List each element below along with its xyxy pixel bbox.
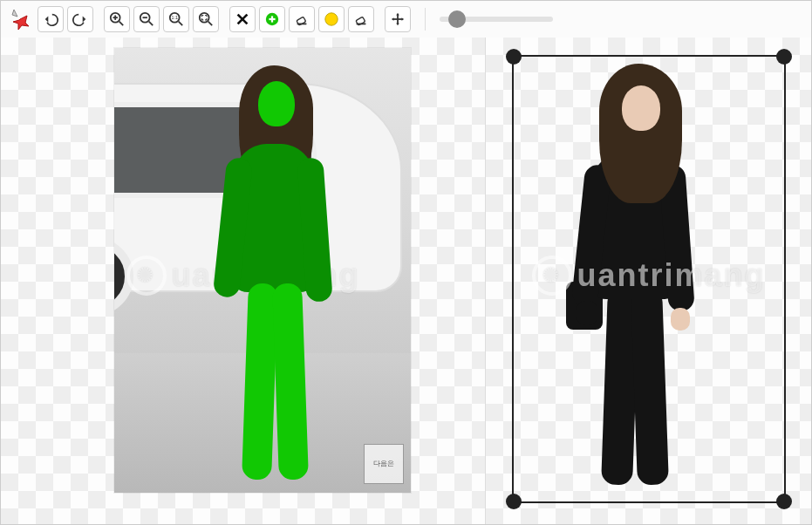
svg-line-8 — [179, 22, 183, 26]
add-foreground-button[interactable] — [259, 6, 285, 32]
undo-button[interactable] — [38, 6, 64, 32]
add-background-button[interactable] — [318, 6, 345, 32]
redo-button[interactable] — [67, 6, 93, 32]
svg-point-7 — [170, 13, 180, 23]
clear-button[interactable] — [229, 6, 256, 32]
zoom-in-button[interactable] — [104, 6, 130, 32]
zoom-actual-button[interactable]: 1:1 — [163, 6, 189, 32]
erase-foreground-button[interactable] — [289, 6, 315, 32]
move-group — [385, 6, 411, 32]
source-image[interactable]: 다음은 — [114, 48, 411, 493]
toolbar: 1:1 — [1, 1, 811, 38]
foreground-mask — [197, 65, 337, 484]
move-button[interactable] — [385, 6, 411, 32]
svg-text:1:1: 1:1 — [171, 15, 177, 20]
svg-line-12 — [238, 15, 248, 24]
svg-point-0 — [111, 13, 120, 23]
history-group — [38, 6, 93, 32]
svg-line-11 — [208, 22, 213, 26]
crop-handle-top-left[interactable] — [506, 49, 522, 65]
slider-thumb[interactable] — [448, 10, 466, 28]
photo-stamp: 다음은 — [364, 444, 404, 484]
svg-line-5 — [149, 22, 154, 26]
erase-background-button[interactable] — [348, 6, 374, 32]
slider-track[interactable] — [440, 17, 553, 22]
svg-point-10 — [200, 13, 209, 23]
crop-rectangle[interactable] — [512, 55, 786, 503]
workspace: 다음은 ✺ uantrimang ✺ uantrimang — [1, 38, 811, 525]
brush-size-slider[interactable] — [440, 17, 553, 22]
result-panel[interactable]: ✺ uantrimang — [486, 38, 811, 525]
crop-handle-bottom-left[interactable] — [506, 494, 522, 509]
crop-handle-top-right[interactable] — [776, 49, 792, 65]
svg-rect-17 — [297, 17, 306, 25]
mark-group — [229, 6, 374, 32]
svg-line-13 — [238, 15, 248, 24]
zoom-group: 1:1 — [104, 6, 219, 32]
svg-point-4 — [140, 13, 150, 23]
svg-point-19 — [325, 13, 338, 25]
zoom-out-button[interactable] — [133, 6, 160, 32]
svg-line-1 — [119, 22, 124, 26]
svg-point-14 — [266, 13, 278, 25]
crop-handle-bottom-right[interactable] — [776, 494, 792, 509]
zoom-fit-button[interactable] — [193, 6, 219, 32]
app-logo — [8, 7, 32, 31]
source-panel[interactable]: 다음은 ✺ uantrimang — [1, 38, 486, 525]
toolbar-divider — [425, 8, 426, 31]
svg-rect-20 — [356, 17, 365, 25]
